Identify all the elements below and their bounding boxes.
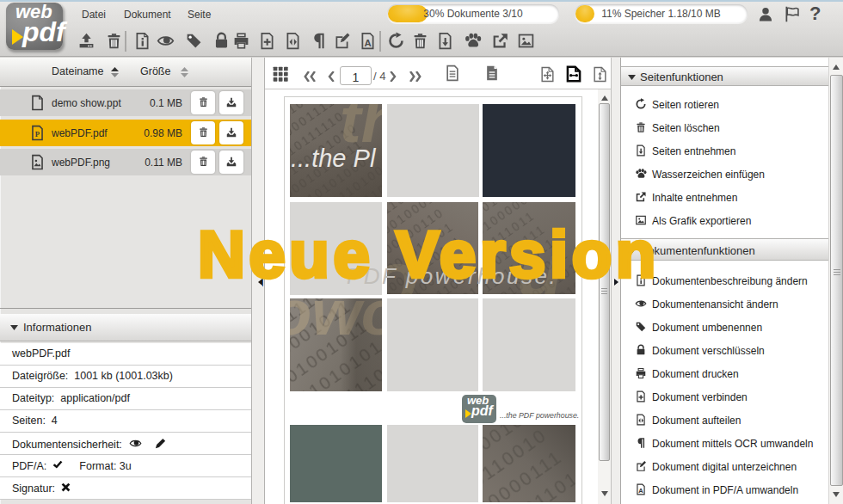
svg-text:A: A: [364, 38, 371, 48]
svg-text:P: P: [35, 130, 40, 138]
svg-text:A: A: [638, 487, 643, 495]
